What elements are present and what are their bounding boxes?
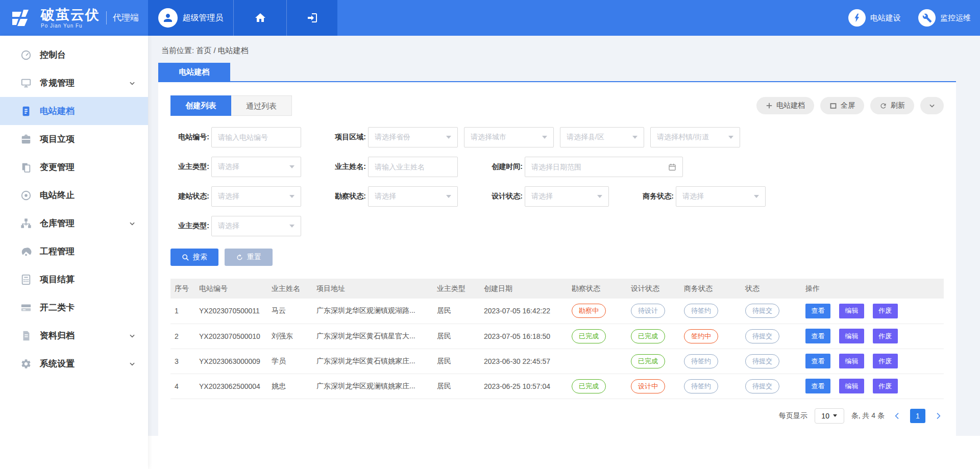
view-button[interactable]: 查看 — [805, 379, 830, 393]
search-icon — [182, 254, 189, 261]
per-page-select[interactable]: 10 — [815, 408, 844, 424]
county-select[interactable]: 请选择县/区 — [560, 127, 644, 147]
owner-type-label: 业主类型: — [170, 162, 209, 171]
sidebar-item-general-management[interactable]: 常规管理 — [0, 69, 148, 97]
create-time-label: 创建时间: — [484, 162, 523, 171]
sidebar-item-engineering-management[interactable]: 工程管理 — [0, 237, 148, 265]
select-caret-icon — [446, 195, 451, 198]
select-caret-icon — [542, 136, 547, 139]
station-code-input[interactable] — [218, 133, 295, 141]
view-button[interactable]: 查看 — [805, 354, 830, 368]
town-select[interactable]: 请选择村镇/街道 — [650, 127, 740, 147]
fullscreen-button[interactable]: 全屏 — [820, 97, 864, 114]
nav-monitor-ops-label: 监控运维 — [940, 13, 971, 23]
edit-button[interactable]: 编辑 — [839, 304, 864, 318]
business-status-select[interactable]: 请选择 — [676, 186, 766, 207]
search-button[interactable]: 搜索 — [170, 249, 218, 266]
gear-icon — [20, 358, 32, 369]
sidebar-item-console[interactable]: 控制台 — [0, 41, 148, 69]
next-page-button[interactable] — [933, 410, 944, 422]
wrench-icon — [918, 9, 936, 27]
nav-station-build-label: 电站建设 — [870, 13, 901, 23]
owner-type-select[interactable]: 请选择 — [211, 157, 301, 177]
station-code-label: 电站编号: — [170, 133, 209, 142]
filter-form: 电站编号: 项目区域: 请选择省份 请选择城市 请选择县/区 请选择村镇/街道 … — [170, 127, 944, 266]
tab-passed-list[interactable]: 通过列表 — [231, 95, 292, 116]
lightning-icon — [848, 9, 866, 27]
table-row: 3 YX2023063000009 学员 广东深圳龙华区黄石镇姚家庄... 居民… — [170, 349, 944, 374]
status-badge: 待设计 — [631, 304, 665, 318]
reset-icon — [236, 254, 243, 261]
edit-button[interactable]: 编辑 — [839, 329, 864, 343]
void-button[interactable]: 作废 — [873, 329, 898, 343]
design-status-select[interactable]: 请选择 — [525, 186, 609, 207]
create-station-button[interactable]: 电站建档 — [756, 97, 814, 114]
view-button[interactable]: 查看 — [805, 329, 830, 343]
sidebar-item-station-filing[interactable]: 电站建档 — [0, 97, 148, 125]
sidebar-item-project-settlement[interactable]: 项目结算 — [0, 265, 148, 293]
main-content: 当前位置: 首页 / 电站建档 电站建档 创建列表 通过列表 电站建档 — [148, 36, 980, 469]
build-status-select[interactable]: 请选择 — [211, 186, 301, 207]
sidebar-item-project-initiation[interactable]: 项目立项 — [0, 125, 148, 153]
status-badge: 待提交 — [745, 329, 779, 343]
status-badge: 已完成 — [572, 379, 606, 393]
page-tab-station-filing[interactable]: 电站建档 — [158, 63, 230, 81]
sidebar-item-system-settings[interactable]: 系统设置 — [0, 350, 148, 378]
province-select[interactable]: 请选择省份 — [368, 127, 458, 147]
status-badge: 设计中 — [631, 379, 665, 393]
chevron-right-icon — [934, 412, 942, 420]
select-caret-icon — [446, 136, 451, 139]
edit-button[interactable]: 编辑 — [839, 354, 864, 368]
nav-monitor-ops[interactable]: 监控运维 — [918, 9, 971, 27]
owner-type2-select[interactable]: 请选择 — [211, 216, 301, 236]
pagination: 每页显示 10 条, 共 4 条 1 — [170, 408, 944, 424]
sidebar-item-station-termination[interactable]: 电站终止 — [0, 181, 148, 209]
void-button[interactable]: 作废 — [873, 354, 898, 368]
user-icon — [162, 12, 174, 24]
sidebar-item-data-archive[interactable]: 资料归档 — [0, 322, 148, 350]
edit-button[interactable]: 编辑 — [839, 379, 864, 393]
logout-icon — [306, 12, 318, 24]
archive-icon — [20, 330, 32, 341]
breadcrumb-home-link[interactable]: 首页 — [196, 46, 211, 55]
chevron-left-icon — [893, 412, 901, 420]
select-caret-icon — [289, 225, 295, 228]
void-button[interactable]: 作废 — [873, 304, 898, 318]
content-card: 创建列表 通过列表 电站建档 全屏 刷新 — [158, 82, 956, 436]
tab-create-list[interactable]: 创建列表 — [170, 95, 231, 116]
reset-button[interactable]: 重置 — [225, 249, 273, 266]
home-button[interactable] — [233, 0, 286, 36]
select-caret-icon — [754, 195, 759, 198]
fullscreen-icon — [829, 102, 837, 110]
sidebar-item-warehouse-management[interactable]: 仓库管理 — [0, 209, 148, 237]
logout-button[interactable] — [286, 0, 337, 36]
brand-divider — [106, 11, 107, 24]
select-caret-icon — [289, 165, 295, 168]
briefcase-icon — [20, 134, 32, 145]
owner-name-input[interactable] — [375, 163, 451, 171]
survey-status-select[interactable]: 请选择 — [368, 186, 458, 207]
page-number-button[interactable]: 1 — [910, 409, 925, 423]
toolbar-more-button[interactable] — [920, 97, 944, 114]
chevron-down-icon — [129, 80, 136, 87]
sidebar-item-change-management[interactable]: 变更管理 — [0, 153, 148, 181]
page-tab-bar: 电站建档 — [158, 63, 956, 82]
breadcrumb: 当前位置: 首页 / 电站建档 — [158, 36, 956, 56]
chevron-down-icon — [928, 102, 936, 109]
prev-page-button[interactable] — [892, 410, 903, 422]
sidebar-item-class2-card[interactable]: 开二类卡 — [0, 293, 148, 322]
logo-icon — [11, 9, 35, 27]
gauge-icon — [20, 50, 32, 61]
status-badge: 待签约 — [684, 354, 718, 368]
date-range-picker[interactable] — [525, 157, 683, 177]
date-range-input[interactable] — [531, 163, 668, 171]
table-row: 2 YX2023070500010 刘强东 广东深圳龙华区黄石镇星官大... 居… — [170, 324, 944, 349]
view-button[interactable]: 查看 — [805, 304, 830, 318]
nav-station-build[interactable]: 电站建设 — [848, 9, 901, 27]
refresh-button[interactable]: 刷新 — [870, 97, 914, 114]
void-button[interactable]: 作废 — [873, 379, 898, 393]
city-select[interactable]: 请选择城市 — [464, 127, 554, 147]
user-menu[interactable]: 超级管理员 — [148, 0, 233, 36]
username: 超级管理员 — [183, 13, 224, 23]
business-status-label: 商务状态: — [635, 192, 674, 201]
